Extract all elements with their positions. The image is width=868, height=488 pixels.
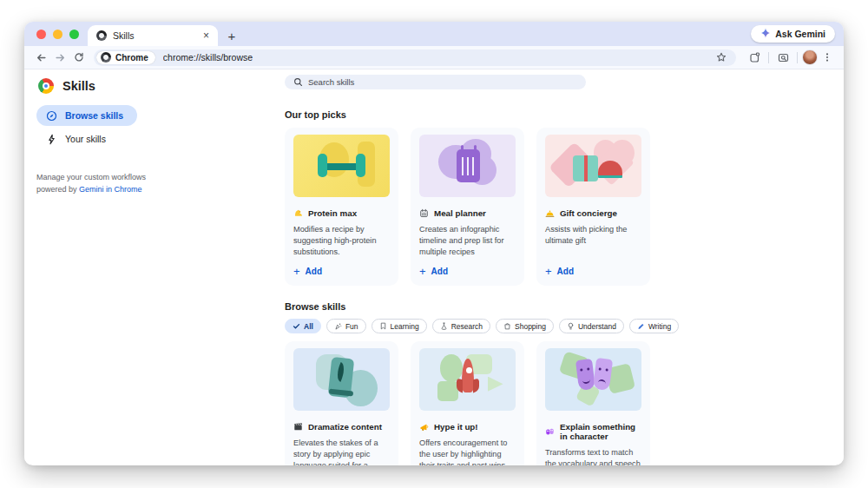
url-text[interactable]: chrome://skills/browse xyxy=(163,52,713,63)
browser-toolbar: Chrome chrome://skills/browse xyxy=(24,46,844,69)
main-content: Our top picksProtein maxModifies a recip… xyxy=(285,69,844,465)
skill-card: Explain something in characterTransforms… xyxy=(536,341,650,465)
tab-search-icon[interactable] xyxy=(773,48,792,67)
minimize-window-button[interactable] xyxy=(53,30,62,39)
flask-icon xyxy=(440,322,448,330)
chrome-logo-icon xyxy=(101,52,111,63)
search-bar[interactable] xyxy=(285,75,586,89)
maximize-window-button[interactable] xyxy=(69,30,79,39)
search-icon xyxy=(293,75,303,90)
card-title-row: Gift concierge xyxy=(545,208,641,218)
megaphone-icon xyxy=(419,422,429,432)
book-icon xyxy=(379,322,387,330)
add-skill-button[interactable]: +Add xyxy=(293,258,390,277)
filter-chip-learning[interactable]: Learning xyxy=(372,319,427,333)
footer-text: Manage your custom workflows xyxy=(36,173,146,181)
reload-icon[interactable] xyxy=(69,48,89,67)
illustration-shape xyxy=(457,149,480,182)
section-heading: Our top picks xyxy=(285,109,844,120)
skill-card: Hype it up!Offers encouragement to the u… xyxy=(411,341,524,465)
sidebar-item-browse-skills[interactable]: Browse skills xyxy=(36,105,137,126)
address-bar[interactable]: Chrome chrome://skills/browse xyxy=(94,49,736,66)
card-title: Explain something in character xyxy=(560,422,641,441)
new-tab-button[interactable]: + xyxy=(221,25,242,46)
card-description: Modifies a recipe by suggesting high-pro… xyxy=(293,224,390,258)
filter-chip-research[interactable]: Research xyxy=(432,319,490,333)
filter-chip-shopping[interactable]: Shopping xyxy=(496,319,554,333)
bookmark-star-icon[interactable] xyxy=(713,49,729,65)
filter-chip-understand[interactable]: Understand xyxy=(559,319,624,333)
filter-chip-all[interactable]: All xyxy=(285,319,321,333)
card-illustration xyxy=(419,348,516,411)
gemini-sparkle-icon xyxy=(760,28,771,40)
add-skill-button[interactable]: +Add xyxy=(419,258,516,277)
card-description: Transforms text to match the vocabulary … xyxy=(545,447,641,465)
filter-chip-writing[interactable]: Writing xyxy=(629,319,679,333)
browser-window: Skills × + Ask Gemini Chrome chrome://sk… xyxy=(24,22,844,465)
illustration-shape xyxy=(573,155,598,181)
illustration-shape xyxy=(437,381,458,400)
skills-favicon-icon xyxy=(96,30,107,41)
brand: Skills xyxy=(36,78,285,94)
chrome-color-logo-icon xyxy=(38,78,54,94)
card-illustration xyxy=(293,348,390,411)
bulb-icon xyxy=(567,322,575,330)
search-input[interactable] xyxy=(308,77,577,87)
illustration-shape xyxy=(318,154,327,177)
skill-card: Protein maxModifies a recipe by suggesti… xyxy=(285,128,398,286)
ask-gemini-button[interactable]: Ask Gemini xyxy=(751,25,835,43)
tab-skills[interactable]: Skills × xyxy=(88,25,218,46)
party-icon xyxy=(334,322,342,330)
pen-icon xyxy=(637,322,645,330)
filter-chips: AllFunLearningResearchShoppingUnderstand… xyxy=(285,319,844,333)
card-title: Hype it up! xyxy=(434,422,478,432)
check-icon xyxy=(293,322,300,330)
bolt-icon xyxy=(46,134,57,145)
bag-icon xyxy=(503,322,511,330)
illustration-shape xyxy=(461,145,464,152)
add-label: Add xyxy=(557,267,574,276)
filter-chip-label: All xyxy=(304,322,313,331)
add-skill-button[interactable]: +Add xyxy=(545,258,641,277)
calendar-icon xyxy=(419,208,429,218)
sidebar-item-your-skills[interactable]: Your skills xyxy=(36,129,120,149)
add-label: Add xyxy=(431,267,448,276)
muscle-icon xyxy=(293,208,303,218)
sidebar: Skills Browse skills Your skills Manag xyxy=(24,69,285,465)
sidebar-item-label: Browse skills xyxy=(65,110,123,121)
bell-icon xyxy=(545,208,555,218)
gemini-in-chrome-link[interactable]: Gemini in Chrome xyxy=(79,185,142,194)
toolbar-divider xyxy=(797,52,798,63)
card-title: Protein max xyxy=(308,208,357,218)
plus-icon: + xyxy=(419,266,426,277)
sidebar-footer: Manage your custom workflows powered by … xyxy=(36,172,175,196)
close-window-button[interactable] xyxy=(36,30,46,39)
card-title-row: Dramatize content xyxy=(293,422,390,432)
tab-close-icon[interactable]: × xyxy=(201,30,211,41)
card-description: Creates an infographic timeline and prep… xyxy=(419,224,516,258)
add-label: Add xyxy=(306,267,322,276)
card-illustration xyxy=(545,348,641,411)
skill-card: Dramatize contentElevates the stakes of … xyxy=(285,341,398,465)
extensions-icon[interactable] xyxy=(745,48,764,67)
page-title: Skills xyxy=(62,79,95,93)
illustration-shape xyxy=(488,377,503,392)
skill-card: Gift conciergeAssists with picking the u… xyxy=(536,128,650,286)
ask-gemini-label: Ask Gemini xyxy=(775,29,825,39)
browser-menu-icon[interactable] xyxy=(818,48,837,67)
forward-icon[interactable] xyxy=(50,48,69,67)
section-heading: Browse skills xyxy=(285,301,844,312)
illustration-shape xyxy=(466,367,472,373)
profile-avatar[interactable] xyxy=(802,49,818,65)
filter-chip-fun[interactable]: Fun xyxy=(326,319,366,333)
back-icon[interactable] xyxy=(31,48,50,67)
card-description: Offers encouragement to the user by high… xyxy=(419,438,516,465)
illustration-shape xyxy=(598,161,622,178)
card-title: Meal planner xyxy=(434,208,486,218)
card-title-row: Protein max xyxy=(293,208,390,218)
card-title: Dramatize content xyxy=(308,422,382,432)
skill-card: Meal plannerCreates an infographic timel… xyxy=(411,128,524,286)
sidebar-item-label: Your skills xyxy=(65,134,106,144)
card-title-row: Explain something in character xyxy=(545,422,641,441)
illustration-shape xyxy=(575,359,595,391)
